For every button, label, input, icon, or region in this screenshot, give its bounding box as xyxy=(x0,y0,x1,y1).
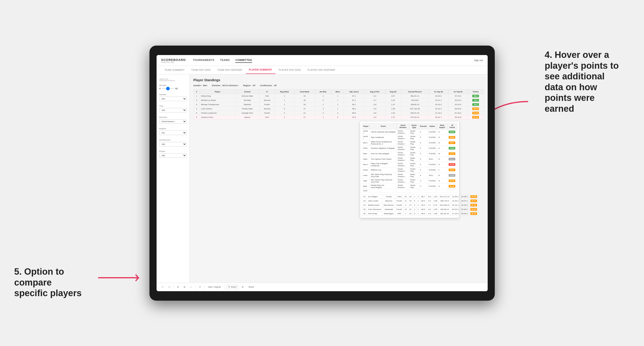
main-nav: TOURNAMENTS TEAMS COMMITTEE xyxy=(193,58,474,63)
conference-select[interactable]: (All) xyxy=(160,142,186,147)
watch-button[interactable]: 👁 Watch xyxy=(226,285,238,289)
page-title: Player Standings xyxy=(194,78,484,82)
tooltip-row: Luke I SEC Match Play hosted by Jerry Pa… xyxy=(362,173,457,178)
col-avg-sg: Avg SG xyxy=(385,90,401,94)
table-row: 22 Ian Gilligan Florida Third 10 24 1 1 xyxy=(362,194,478,199)
copy-button[interactable]: ⧉ xyxy=(182,285,186,289)
tooltip-row: Alex C Fallen Oak Collegiate Invitationa… xyxy=(362,162,457,167)
points-badge[interactable]: 53.60 xyxy=(449,136,455,139)
tooltip-row: Phich Southern Highlands Collegiate NCAA… xyxy=(362,146,457,151)
undo-button[interactable]: ↩ xyxy=(160,285,165,289)
tooltip-row: Mare Amer An Intercollegiate NCAA Divisi… xyxy=(362,151,457,156)
points-badge[interactable]: 40.64 xyxy=(449,131,455,133)
table-row: 25 Cole Sherwood Vanderbilt Fourth 12 23… xyxy=(362,207,478,211)
col-avg-to-par: Avg to-Par xyxy=(364,90,385,94)
annotation-left: 5. Option to compare specific players xyxy=(14,266,85,299)
table-row: 2 Michael La Sasso Ole Miss Second 1 18 … xyxy=(194,98,484,102)
settings-button[interactable]: ⚙ xyxy=(240,285,245,289)
tooltip-row: Motti Mirabel Maui Jim Intercollegiate N… xyxy=(362,183,457,189)
tooltip-row: Techi xyxy=(362,189,457,192)
points-badge[interactable]: 16.50 xyxy=(449,163,455,166)
left-arrow xyxy=(98,273,146,283)
sign-out[interactable]: Sign out xyxy=(474,59,483,62)
col-points: Points xyxy=(468,90,484,94)
redo-button[interactable]: ↪ xyxy=(167,285,172,289)
points-badge[interactable]: 60.49 xyxy=(472,112,479,114)
table-row: 24 Bastien Amat New Mexico Fourth 1 27 2… xyxy=(362,203,478,207)
nav-teams[interactable]: TEAMS xyxy=(220,58,230,63)
tooltip-popup: Player Event Event Division Event Type R… xyxy=(360,121,459,218)
filter-gender: Gender: Men xyxy=(194,84,208,87)
tooltip-row: Jake I The Cypress Point Classic NCAA Di… xyxy=(362,156,457,162)
tooltip-row: Bren I Wake Forest Invitational at Pineh… xyxy=(362,140,457,146)
year-select[interactable]: (All) xyxy=(160,108,186,112)
col-player: Player xyxy=(200,90,236,94)
sidebar-region: Region N/A xyxy=(160,128,186,135)
table-row: 1 Wenyi Ding Arizona State First 1 15 1 … xyxy=(194,94,484,98)
col-yr: Yr xyxy=(259,90,274,94)
subnav-team-summary[interactable]: TEAM SUMMARY xyxy=(161,66,188,74)
tooltip-row: Jacob I Tiger Invitational NCAA Division… xyxy=(362,135,457,140)
content-area: Update time: 27/01/2024 16:56:26 No Rds.… xyxy=(156,74,488,283)
points-badge[interactable]: 70.2 xyxy=(472,103,479,106)
range-slider[interactable] xyxy=(162,88,174,89)
nav-committee[interactable]: COMMITTEE xyxy=(235,58,252,63)
col-conf-rank: Conf Rank xyxy=(294,90,315,94)
download-button[interactable]: ⬇ xyxy=(176,285,180,289)
points-badge[interactable]: 56.18 xyxy=(449,179,455,182)
col-no-rds: No Rds. xyxy=(315,90,332,94)
share-button[interactable]: Share xyxy=(247,285,256,289)
region-select[interactable]: N/A xyxy=(160,131,186,135)
subnav-player-summary[interactable]: PLAYER SUMMARY xyxy=(246,66,276,74)
sidebar-gender: Gender Men xyxy=(160,94,186,101)
annotation-right: 4. Hover over a player's points to see a… xyxy=(545,50,620,114)
timer-button[interactable]: ⏱ xyxy=(198,285,202,289)
subnav-team-h2h-grid[interactable]: TEAM H2H GRID xyxy=(188,66,214,74)
points-badge[interactable]: 24.11 xyxy=(449,158,455,160)
points-badge[interactable]: 46.40 xyxy=(449,185,455,187)
view-original-button[interactable]: View: Original xyxy=(206,285,222,289)
subnav-player-h2h-grid[interactable]: PLAYER H2H GRID xyxy=(276,66,304,74)
tooltip-header-row: Player Event Event Division Event Type R… xyxy=(362,123,457,129)
gender-select[interactable]: Men xyxy=(160,97,186,101)
nav-tournaments[interactable]: TOURNAMENTS xyxy=(193,58,214,63)
filter-conference: Conference: All xyxy=(260,84,276,87)
sidebar-no-rds: No Rds. 4 52 xyxy=(160,84,186,90)
subnav-team-h2h-heatmap[interactable]: TEAM H2H HEATMAP xyxy=(214,66,246,74)
logo-text: SCOREBOARD xyxy=(161,58,186,62)
points-badge[interactable]: 76.2 xyxy=(472,99,479,102)
tooltip-row: Tiger SEC Stroke Play hosted by Jerry Pa… xyxy=(362,178,457,183)
points-badge[interactable]: 46.7 xyxy=(449,142,455,144)
lower-table-container: 22 Ian Gilligan Florida Third 10 24 1 1 xyxy=(362,194,457,216)
sidebar-range: 4 52 xyxy=(160,87,186,90)
sidebar-player: Player (All) xyxy=(160,150,186,158)
points-badge[interactable]: 40.58 xyxy=(470,195,477,198)
dash-button[interactable]: — xyxy=(188,285,194,289)
table-row: 26 Petr Hruby Washington Fifth 7 23 0 1 xyxy=(362,211,478,216)
points-badge[interactable]: 25.38 xyxy=(449,174,455,177)
outer-wrapper: 5. Option to compare specific players 4.… xyxy=(0,0,644,346)
player-select[interactable]: (All) xyxy=(160,153,186,158)
points-badge[interactable]: 68.94 xyxy=(472,107,479,110)
division-select[interactable]: NCAA Division I xyxy=(160,119,186,124)
points-badge[interactable]: 40.02 xyxy=(470,204,477,206)
standings-table: # Player School Yr Reg Rank Conf Rank No… xyxy=(194,90,484,120)
col-adj-score: Adj. Score xyxy=(344,90,364,94)
col-vs-top50: Vs Top 50 xyxy=(448,90,468,94)
points-badge[interactable]: 73.33 xyxy=(449,147,455,150)
points-badge[interactable]: 88.2 xyxy=(472,95,479,97)
tablet-screen: SCOREBOARD Powered by clippi TOURNAMENTS… xyxy=(156,55,488,291)
tooltip-row: David Williams Cup NCAA Division I Strok… xyxy=(362,167,457,173)
table-row: 6 Jackson Koivu Auburn First 2 27 1 0 67… xyxy=(194,115,484,119)
points-badge[interactable]: 30.47 xyxy=(449,169,455,171)
points-badge[interactable]: 39.95 xyxy=(470,208,477,211)
points-badge[interactable]: 37.57 xyxy=(449,152,455,155)
points-badge[interactable]: 58.18 xyxy=(472,116,479,119)
table-row: 23 Jack Lundin Missouri Fourth 11 24 0 1 xyxy=(362,199,478,203)
filter-division: Division: NCAA Division I xyxy=(212,84,238,87)
points-badge[interactable]: 38.49 xyxy=(470,212,477,215)
bottom-toolbar: ↩ ↪ ⬇ ⧉ — ⏱ View: Original 👁 Watch ⚙ Sha xyxy=(156,283,488,291)
points-badge[interactable]: 40.27 xyxy=(470,199,477,202)
tablet-device: SCOREBOARD Powered by clippi TOURNAMENTS… xyxy=(150,46,495,301)
subnav-player-h2h-heatmap[interactable]: PLAYER H2H HEATMAP xyxy=(304,66,338,74)
